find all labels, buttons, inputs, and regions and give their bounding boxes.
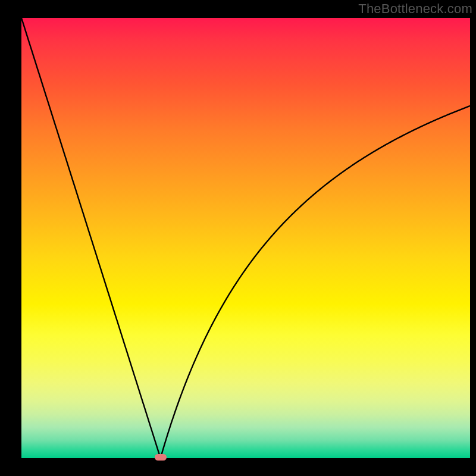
chart-container: TheBottleneck.com bbox=[0, 0, 476, 476]
watermark-text: TheBottleneck.com bbox=[358, 1, 472, 17]
optimal-marker bbox=[155, 454, 167, 461]
bottleneck-curve bbox=[21, 18, 470, 458]
curve-layer bbox=[0, 0, 476, 476]
